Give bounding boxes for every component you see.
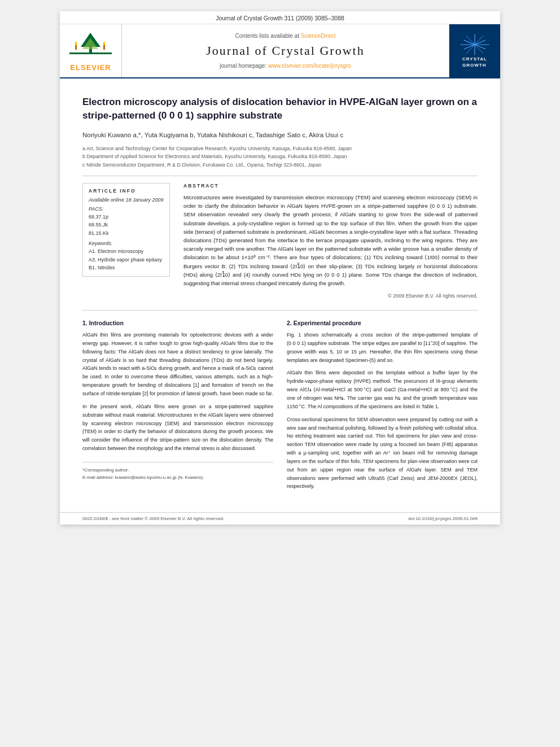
pacs-values: 68.37.1p 68.55.Jk 81.15.Kk xyxy=(89,213,164,237)
email-note: E-mail address: kuwano@astec.kyushu-u.ac… xyxy=(82,474,273,482)
exp-para-3: Cross-sectional specimens for SEM observ… xyxy=(287,416,478,491)
copyright-line: © 2009 Elsevier B.V. All rights reserved… xyxy=(183,293,478,299)
keyword-0: A1. Electron microscopy xyxy=(89,247,164,255)
footnote-block: *Corresponding author. E-mail address: k… xyxy=(82,462,273,482)
abstract-section: ABSTRACT Microstructures were investigat… xyxy=(183,183,478,299)
journal-center: Contents lists available at ScienceDirec… xyxy=(122,24,449,77)
sciencedirect-line: Contents lists available at ScienceDirec… xyxy=(235,33,336,39)
introduction-section: 1. Introduction AlGaN thin films are pro… xyxy=(82,320,273,495)
exp-para-2: AlGaN thin films were deposited on the t… xyxy=(287,369,478,410)
homepage-text: journal homepage: xyxy=(220,63,266,69)
article-info-col: ARTICLE INFO Available online 18 January… xyxy=(82,183,170,299)
sciencedirect-text: Contents lists available at xyxy=(235,33,299,39)
pacs-label: PACS: xyxy=(89,206,164,212)
svg-point-7 xyxy=(103,42,106,45)
main-body: 1. Introduction AlGaN thin films are pro… xyxy=(82,310,478,495)
paper-title: Electron microscopy analysis of dislocat… xyxy=(82,95,478,123)
top-citation-bar: Journal of Crystal Growth 311 (2009) 308… xyxy=(60,11,500,24)
crystal-growth-label: CRYSTALGROWTH xyxy=(462,56,487,68)
citation-text: Journal of Crystal Growth 311 (2009) 308… xyxy=(216,15,344,21)
pacs-0: 68.37.1p xyxy=(89,213,164,221)
authors-line: Noriyuki Kuwano a,*, Yuta Kugiyama b, Yu… xyxy=(82,130,478,140)
homepage-link[interactable]: www.elsevier.com/locate/jcrysgro xyxy=(268,63,351,69)
pacs-1: 68.55.Jk xyxy=(89,221,164,229)
abstract-col: ABSTRACT Microstructures were investigat… xyxy=(183,183,478,299)
elsevier-logo-section: ELSEVIER xyxy=(60,24,122,77)
crystal-growth-icon xyxy=(456,33,494,56)
sciencedirect-link[interactable]: ScienceDirect xyxy=(301,33,336,39)
footer-issn: 0022-0248/$ - see front matter © 2009 El… xyxy=(82,516,225,521)
affiliations-block: a Art, Science and Technology Center for… xyxy=(82,145,478,176)
keyword-1: A3. Hydride vapor phase epitaxy xyxy=(89,256,164,264)
svg-point-5 xyxy=(75,42,77,45)
journal-homepage-line: journal homepage: www.elsevier.com/locat… xyxy=(220,63,351,69)
page: Journal of Crystal Growth 311 (2009) 308… xyxy=(60,11,500,525)
elsevier-tree-icon xyxy=(67,30,115,61)
crystal-growth-logo: CRYSTALGROWTH xyxy=(449,24,500,77)
intro-para-2: In the present work, AlGaN films were gr… xyxy=(82,403,273,453)
email-label: E-mail address: xyxy=(82,475,114,480)
corresponding-note: *Corresponding author. xyxy=(82,467,273,474)
journal-header: ELSEVIER Contents lists available at Sci… xyxy=(60,24,500,78)
experimental-section: 2. Experimental procedure Fig. 1 shows s… xyxy=(287,320,478,495)
affil-a: a Art, Science and Technology Center for… xyxy=(82,145,478,152)
experimental-title: 2. Experimental procedure xyxy=(287,320,478,326)
keywords-label: Keywords: xyxy=(89,241,164,246)
paper-content: Electron microscopy analysis of dislocat… xyxy=(60,78,500,512)
article-info-abstract: ARTICLE INFO Available online 18 January… xyxy=(82,183,478,299)
keyword-2: B1. Nitrides xyxy=(89,264,164,272)
footer: 0022-0248/$ - see front matter © 2009 El… xyxy=(60,512,500,525)
affil-c: c Nitride Semiconductor Department, R & … xyxy=(82,161,478,169)
email-value: kuwano@astec.kyushu-u.ac.jp (N. Kuwano). xyxy=(115,475,204,480)
footer-doi: doi:10.1016/j.jcrysgro.2009.01.049 xyxy=(408,516,478,521)
elsevier-label: ELSEVIER xyxy=(70,63,111,72)
abstract-title: ABSTRACT xyxy=(183,183,478,189)
abstract-text: Microstructures were investigated by tra… xyxy=(183,193,478,287)
available-online: Available online 18 January 2009 xyxy=(89,197,164,203)
pacs-2: 81.15.Kk xyxy=(89,229,164,237)
journal-name: Journal of Crystal Growth xyxy=(206,43,364,58)
article-info-box: ARTICLE INFO Available online 18 January… xyxy=(82,183,170,277)
exp-para-1: Fig. 1 shows schematically a cross secti… xyxy=(287,331,478,364)
article-info-title: ARTICLE INFO xyxy=(89,188,164,194)
intro-title: 1. Introduction xyxy=(82,320,273,326)
affil-b: b Department of Applied Science for Elec… xyxy=(82,152,478,160)
intro-para-1: AlGaN thin films are promising materials… xyxy=(82,331,273,398)
